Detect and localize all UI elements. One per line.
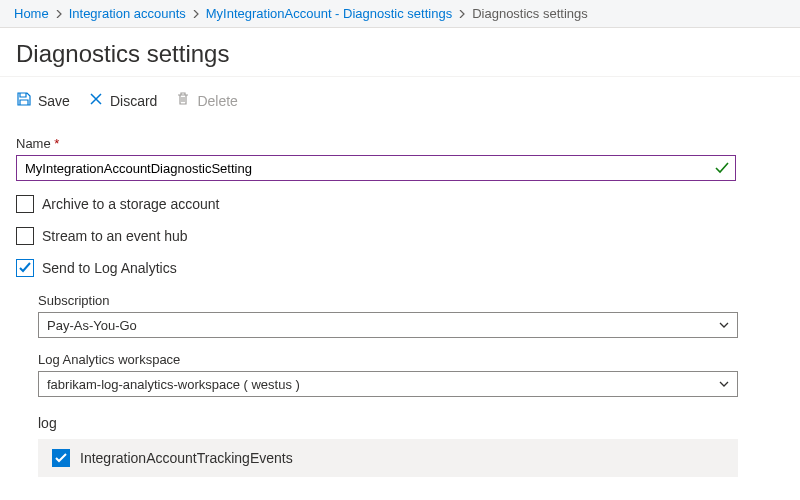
loganalytics-checkbox-row[interactable]: Send to Log Analytics — [16, 259, 784, 277]
archive-checkbox-row[interactable]: Archive to a storage account — [16, 195, 784, 213]
chevron-down-icon — [718, 319, 730, 331]
archive-label: Archive to a storage account — [42, 196, 219, 212]
workspace-label: Log Analytics workspace — [38, 352, 784, 367]
subscription-select[interactable]: Pay-As-You-Go — [38, 312, 738, 338]
stream-label: Stream to an event hub — [42, 228, 188, 244]
checkbox-icon — [16, 227, 34, 245]
loganalytics-label: Send to Log Analytics — [42, 260, 177, 276]
chevron-right-icon — [192, 6, 200, 21]
stream-checkbox-row[interactable]: Stream to an event hub — [16, 227, 784, 245]
delete-button: Delete — [175, 89, 237, 112]
checkmark-icon — [714, 160, 730, 176]
breadcrumb-integration-accounts[interactable]: Integration accounts — [69, 6, 186, 21]
subscription-value: Pay-As-You-Go — [38, 312, 738, 338]
breadcrumb-current: Diagnostics settings — [472, 6, 588, 21]
name-input[interactable] — [16, 155, 736, 181]
close-icon — [88, 91, 104, 110]
trash-icon — [175, 91, 191, 110]
log-item-label: IntegrationAccountTrackingEvents — [80, 450, 293, 466]
discard-label: Discard — [110, 93, 157, 109]
discard-button[interactable]: Discard — [88, 89, 157, 112]
checkbox-checked-icon — [16, 259, 34, 277]
checkbox-icon — [16, 195, 34, 213]
checkbox-checked-filled-icon — [52, 449, 70, 467]
chevron-right-icon — [458, 6, 466, 21]
save-label: Save — [38, 93, 70, 109]
breadcrumb-home[interactable]: Home — [14, 6, 49, 21]
delete-label: Delete — [197, 93, 237, 109]
chevron-down-icon — [718, 378, 730, 390]
name-label: Name * — [16, 136, 784, 151]
required-asterisk: * — [54, 136, 59, 151]
name-input-wrap — [16, 155, 736, 181]
chevron-right-icon — [55, 6, 63, 21]
page-title: Diagnostics settings — [0, 28, 800, 76]
log-tracking-events-row[interactable]: IntegrationAccountTrackingEvents — [38, 439, 738, 477]
workspace-select[interactable]: fabrikam-log-analytics-workspace ( westu… — [38, 371, 738, 397]
breadcrumb: Home Integration accounts MyIntegrationA… — [0, 0, 800, 28]
breadcrumb-account-detail[interactable]: MyIntegrationAccount - Diagnostic settin… — [206, 6, 452, 21]
save-button[interactable]: Save — [16, 89, 70, 112]
name-label-text: Name — [16, 136, 51, 151]
log-heading: log — [38, 415, 784, 431]
subscription-label: Subscription — [38, 293, 784, 308]
workspace-value: fabrikam-log-analytics-workspace ( westu… — [38, 371, 738, 397]
toolbar: Save Discard Delete — [0, 76, 800, 122]
save-icon — [16, 91, 32, 110]
loganalytics-subsection: Subscription Pay-As-You-Go Log Analytics… — [38, 293, 784, 397]
log-section: log IntegrationAccountTrackingEvents — [38, 415, 784, 477]
form-content: Name * Archive to a storage account Stre… — [0, 122, 800, 493]
